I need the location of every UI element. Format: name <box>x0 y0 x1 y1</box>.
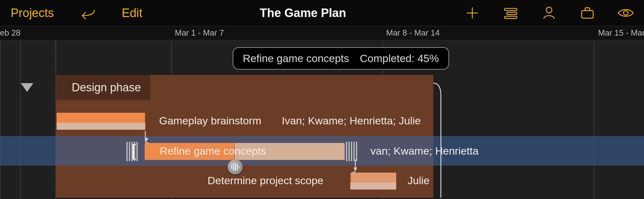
task-tooltip: Refine game concepts Completed: 45% <box>233 47 449 70</box>
svg-point-3 <box>546 7 552 13</box>
group-title: Design phase <box>56 75 150 100</box>
list-icon[interactable] <box>502 4 519 22</box>
timeline-header: eb 28 Mar 1 - Mar 7 Mar 8 - Mar 14 Mar 1… <box>0 26 644 40</box>
task-row-refine[interactable]: [ Refine game concepts van; Kwame; Henri… <box>0 136 644 166</box>
undo-icon[interactable] <box>79 4 97 22</box>
svg-rect-1 <box>507 12 517 14</box>
tooltip-completion: Completed: 45% <box>360 52 439 65</box>
task-assignees: Julie <box>408 174 430 187</box>
svg-rect-4 <box>582 11 593 18</box>
task-row-scope[interactable]: Determine project scope Julie <box>0 166 644 195</box>
date-column-label: Mar 1 - Mar 7 <box>175 28 224 38</box>
person-icon[interactable] <box>540 4 558 22</box>
date-column-label: Mar 15 - Mar 21 <box>598 28 644 38</box>
collapse-toggle-icon[interactable] <box>21 83 33 92</box>
briefcase-icon[interactable] <box>579 4 596 22</box>
task-title: Determine project scope <box>208 174 324 187</box>
task-title: Refine game concepts <box>160 145 266 157</box>
svg-rect-0 <box>504 9 517 11</box>
date-column-label: eb 28 <box>0 28 20 38</box>
task-assignees: van; Kwame; Henrietta <box>370 145 479 157</box>
gantt-chart[interactable]: Refine game concepts Completed: 45% Desi… <box>0 40 644 199</box>
add-icon[interactable] <box>464 4 481 22</box>
edit-button[interactable]: Edit <box>122 6 142 20</box>
task-row-brainstorm[interactable]: Gameplay brainstorm Ivan; Kwame; Henriet… <box>0 106 644 136</box>
date-column-label: Mar 8 - Mar 14 <box>386 28 440 38</box>
eye-icon[interactable] <box>617 4 635 22</box>
projects-button[interactable]: Projects <box>11 6 54 20</box>
task-title: Gameplay brainstorm <box>159 115 261 127</box>
page-title: The Game Plan <box>260 6 346 20</box>
svg-point-5 <box>624 11 628 15</box>
task-assignees: Ivan; Kwame; Henrietta; Julie <box>282 115 421 127</box>
svg-rect-2 <box>504 16 517 19</box>
top-toolbar: Projects Edit The Game Plan <box>0 0 644 26</box>
tooltip-task-name: Refine game concepts <box>243 52 349 65</box>
